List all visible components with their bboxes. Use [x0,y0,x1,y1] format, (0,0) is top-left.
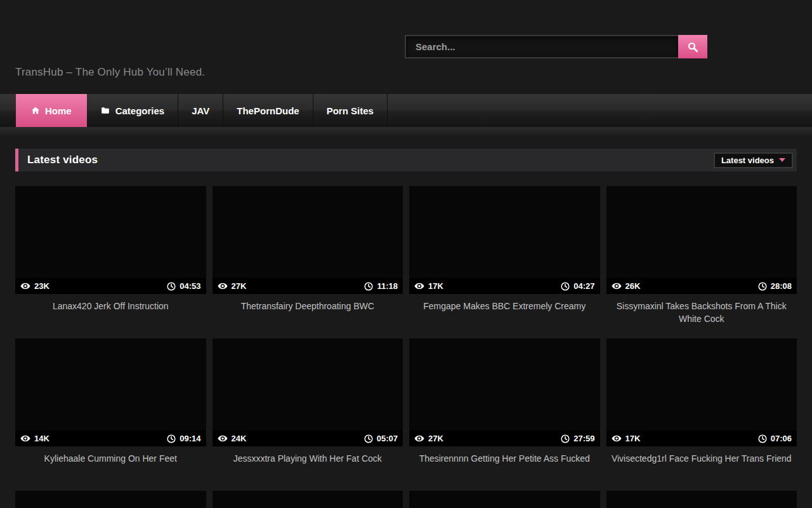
video-views: 24K [232,434,247,443]
clock-icon [561,434,570,443]
video-thumbnail[interactable]: 27K 27:59 [409,338,600,446]
video-duration-stat: 27:59 [561,434,594,443]
video-duration-stat: 05:07 [364,434,398,443]
video-card[interactable]: 27K 11:18 Thetransfairy Deepthroating BW… [213,186,403,338]
search-bar [405,35,707,58]
eye-icon [218,283,228,290]
eye-icon [218,435,228,442]
video-title[interactable]: Thetransfairy Deepthroating BWC [213,300,403,312]
video-thumbnail[interactable] [213,491,403,508]
video-duration-stat: 09:14 [167,434,200,443]
video-duration-stat: 11:18 [364,281,398,291]
video-card[interactable]: 24K 05:07 Jessxxxtra Playing With Her Fa… [213,338,403,491]
video-duration: 07:06 [771,434,792,443]
eye-icon [612,435,622,442]
video-meta-bar: 24K 05:07 [213,431,403,446]
video-thumbnail[interactable] [606,491,797,508]
video-meta-bar: 27K 11:18 [213,278,403,294]
nav-item-porn-sites[interactable]: Porn Sites [313,94,388,127]
video-views: 14K [34,434,49,443]
video-card[interactable]: 17K 07:06 Vivisectedg1rl Face Fucking He… [606,338,797,491]
eye-icon [414,283,424,290]
site-tagline: TransHub – The Only Hub You’ll Need. [15,66,205,79]
magnifier-icon [687,41,698,53]
nav-item-home[interactable]: Home [16,94,87,127]
video-title[interactable]: Lanax420 Jerk Off Instruction [15,300,206,312]
nav-item-label: ThePornDude [237,105,299,116]
video-thumbnail[interactable] [409,491,600,508]
video-meta-bar: 17K 04:27 [409,278,600,294]
home-icon [31,106,40,115]
video-card[interactable]: 23K 04:53 Lanax420 Jerk Off Instruction [15,186,206,338]
video-duration: 27:59 [573,434,594,443]
clock-icon [167,434,176,443]
video-card-partial[interactable] [213,491,403,508]
video-card-partial[interactable] [15,491,206,508]
video-views-stat: 17K [612,434,641,443]
eye-icon [612,283,622,290]
nav-item-label: Home [45,105,72,116]
video-thumbnail[interactable]: 24K 05:07 [213,338,403,446]
video-duration: 28:08 [771,281,792,291]
clock-icon [561,282,570,291]
nav-item-jav[interactable]: JAV [178,94,223,127]
video-title[interactable]: Jessxxxtra Playing With Her Fat Cock [213,452,403,465]
sort-dropdown-label: Latest videos [721,156,774,165]
eye-icon [414,435,424,442]
section-header: Latest videos Latest videos [15,149,797,171]
video-thumbnail[interactable]: 14K 09:14 [15,338,206,446]
video-views: 27K [428,434,443,443]
clock-icon [167,282,176,291]
video-title[interactable]: Kyliehaale Cumming On Her Feet [15,452,206,465]
video-duration: 09:14 [180,434,200,443]
video-title[interactable]: Vivisectedg1rl Face Fucking Her Trans Fr… [606,452,797,465]
section-title: Latest videos [27,154,98,166]
video-views-stat: 24K [218,434,247,443]
sort-dropdown[interactable]: Latest videos [714,152,793,168]
eye-icon [20,435,30,442]
video-title[interactable]: Femgape Makes BBC Extremely Creamy [409,300,600,312]
video-duration: 04:53 [180,281,200,291]
video-title[interactable]: Thesirennnn Getting Her Petite Ass Fucke… [409,452,600,465]
video-thumbnail[interactable] [15,491,206,508]
video-card-partial[interactable] [409,491,600,508]
video-views: 17K [428,281,443,291]
clock-icon [364,434,373,443]
video-duration: 11:18 [377,281,398,291]
video-thumbnail[interactable]: 17K 07:06 [606,338,797,446]
main-content: Latest videos Latest videos 23K [15,149,797,508]
nav-item-label: Porn Sites [327,105,374,116]
video-title[interactable]: Sissymaxinl Takes Backshots From A Thick… [606,300,797,326]
video-views-stat: 14K [20,434,49,443]
video-views-stat: 17K [414,281,443,291]
video-thumbnail[interactable]: 17K 04:27 [409,186,600,294]
video-duration: 04:27 [573,281,594,291]
video-meta-bar: 17K 07:06 [606,431,797,446]
video-meta-bar: 14K 09:14 [15,431,206,446]
video-card[interactable]: 14K 09:14 Kyliehaale Cumming On Her Feet [15,338,206,491]
video-card-partial[interactable] [606,491,797,508]
video-thumbnail[interactable]: 23K 04:53 [15,186,206,294]
video-duration: 05:07 [377,434,398,443]
clock-icon [758,282,767,291]
video-duration-stat: 04:27 [561,281,594,291]
video-card[interactable]: 27K 27:59 Thesirennnn Getting Her Petite… [409,338,600,491]
video-card[interactable]: 26K 28:08 Sissymaxinl Takes Backshots Fr… [606,186,797,338]
search-button[interactable] [678,35,707,58]
main-nav: HomeCategoriesJAVThePornDudePorn Sites [0,94,812,127]
video-card[interactable]: 17K 04:27 Femgape Makes BBC Extremely Cr… [409,186,600,338]
video-duration-stat: 07:06 [758,434,792,443]
video-views-stat: 26K [612,281,641,291]
video-thumbnail[interactable]: 26K 28:08 [606,186,797,294]
video-thumbnail[interactable]: 27K 11:18 [213,186,403,294]
video-views: 27K [232,281,247,291]
nav-item-categories[interactable]: Categories [87,94,179,127]
nav-item-theporndude[interactable]: ThePornDude [223,94,313,127]
clock-icon [758,434,767,443]
video-duration-stat: 04:53 [167,281,200,291]
video-views: 17K [625,434,641,443]
search-input[interactable] [405,35,678,58]
video-views: 23K [34,281,49,291]
video-views: 26K [625,281,641,291]
eye-icon [20,283,30,290]
